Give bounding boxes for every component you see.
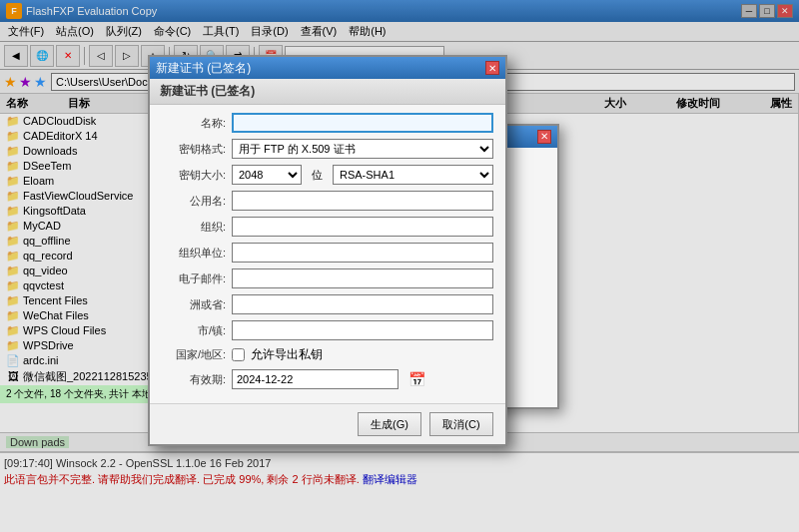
email-label: 电子邮件: <box>162 271 226 286</box>
org-unit-label: 组织单位: <box>162 246 226 261</box>
key-format-row: 密钥格式: 用于 FTP 的 X.509 证书 <box>162 139 493 159</box>
cert-header: 新建证书 (已签名) <box>150 79 505 105</box>
city-row: 市/镇: <box>162 320 493 340</box>
org-unit-input[interactable] <box>232 243 493 263</box>
key-size-select[interactable]: 2048 <box>232 165 302 185</box>
cancel-button[interactable]: 取消(C) <box>429 412 493 436</box>
cert-dialog: 新建证书 (已签名) ✕ 新建证书 (已签名) 名称: 密钥格式: 用于 FTP… <box>148 55 507 446</box>
state-input[interactable] <box>232 294 493 314</box>
key-size-unit: 位 <box>312 168 323 183</box>
export-key-label: 允许导出私钥 <box>251 346 323 363</box>
key-manager-close-button[interactable]: ✕ <box>537 130 551 144</box>
state-label: 洲或省: <box>162 297 226 312</box>
generate-button[interactable]: 生成(G) <box>358 412 421 436</box>
city-label: 市/镇: <box>162 323 226 338</box>
key-format-select[interactable]: 用于 FTP 的 X.509 证书 <box>232 139 493 159</box>
common-name-input[interactable] <box>232 191 493 211</box>
name-row: 名称: <box>162 113 493 133</box>
name-label: 名称: <box>162 116 226 131</box>
cert-title-text: 新建证书 (已签名) <box>156 60 251 77</box>
org-unit-row: 组织单位: <box>162 243 493 263</box>
cert-body: 名称: 密钥格式: 用于 FTP 的 X.509 证书 密钥大小: 2048 位… <box>150 105 505 403</box>
org-input[interactable] <box>232 217 493 237</box>
city-input[interactable] <box>232 320 493 340</box>
common-name-row: 公用名: <box>162 191 493 211</box>
key-format-label: 密钥格式: <box>162 142 226 157</box>
org-row: 组织: <box>162 217 493 237</box>
country-row: 国家/地区: 允许导出私钥 <box>162 346 493 363</box>
expiry-input[interactable] <box>232 369 399 389</box>
state-row: 洲或省: <box>162 294 493 314</box>
key-size-label: 密钥大小: <box>162 168 226 183</box>
expiry-row: 有效期: 📅 <box>162 369 493 389</box>
key-size-row: 密钥大小: 2048 位 RSA-SHA1 <box>162 165 493 185</box>
cert-close-button[interactable]: ✕ <box>485 61 499 75</box>
export-key-checkbox[interactable] <box>232 348 245 361</box>
email-row: 电子邮件: <box>162 268 493 288</box>
expiry-label: 有效期: <box>162 372 226 387</box>
calendar-icon[interactable]: 📅 <box>408 371 425 387</box>
email-input[interactable] <box>232 268 493 288</box>
common-name-label: 公用名: <box>162 194 226 209</box>
name-input[interactable] <box>232 113 493 133</box>
cert-title-bar: 新建证书 (已签名) ✕ <box>150 57 505 79</box>
cert-footer: 生成(G) 取消(C) <box>150 403 505 444</box>
country-label: 国家/地区: <box>162 347 226 362</box>
dialog-overlay: 密钥管理器 ✕ 新建证书 (已签名) ✕ 新建证书 (已签名) 名称: 密钥格式… <box>0 0 799 532</box>
key-algo-select[interactable]: RSA-SHA1 <box>333 165 493 185</box>
org-label: 组织: <box>162 220 226 235</box>
